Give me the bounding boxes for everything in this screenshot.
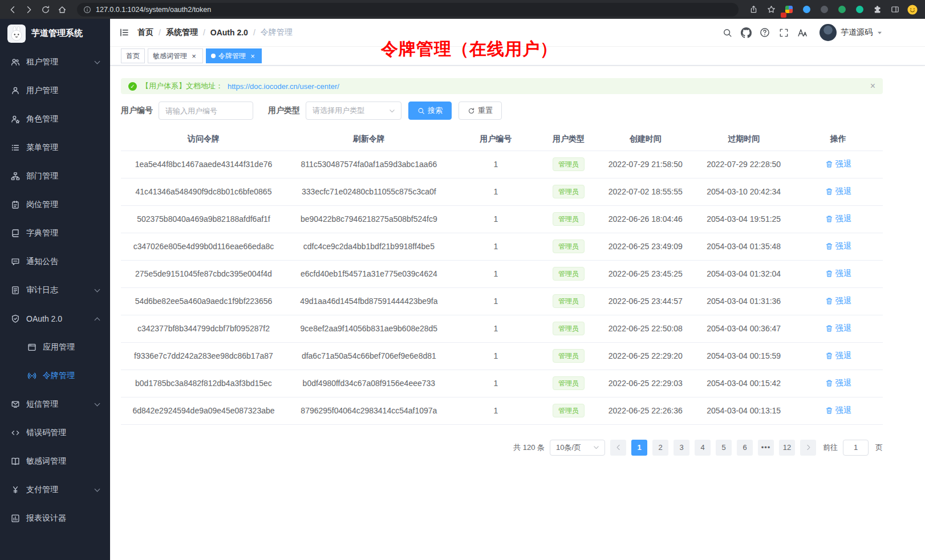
github-icon[interactable] [740, 27, 752, 38]
page-button-12[interactable]: 12 [779, 440, 795, 456]
force-logout-link[interactable]: 强退 [825, 214, 851, 224]
user-id-input[interactable] [159, 102, 253, 120]
page-button-5[interactable]: 5 [716, 440, 732, 456]
force-logout-link[interactable]: 强退 [825, 405, 851, 416]
page-button-3[interactable]: 3 [674, 440, 689, 456]
banner-link[interactable]: https://doc.iocoder.cn/user-center/ [228, 82, 339, 91]
fullscreen-icon[interactable] [778, 27, 789, 38]
sidebar-item-sms[interactable]: 短信管理 [0, 390, 110, 419]
sidebar-item-tenant[interactable]: 租户管理 [0, 48, 110, 76]
cell-action: 强退 [794, 151, 883, 178]
sidebar-item-error-code[interactable]: 错误码管理 [0, 419, 110, 447]
browser-right-icons [747, 3, 919, 17]
cell-access-token: 6d842e2924594de9a09e45e087323abe [121, 397, 286, 424]
help-icon[interactable] [759, 27, 770, 38]
force-logout-label: 强退 [835, 296, 851, 306]
banner-close-icon[interactable]: × [870, 82, 875, 91]
sidebar-item-audit-log[interactable]: 审计日志 [0, 276, 110, 305]
url-bar[interactable]: 127.0.0.1:1024/system/oauth2/token [77, 3, 739, 17]
table-row: 54d6be82ee5a460a9aedc1f9bf22365649d1aa46… [121, 287, 883, 315]
ext-colorful-icon[interactable] [782, 3, 796, 17]
profile-avatar-icon[interactable] [906, 3, 919, 17]
sidebar-item-sensitive-word[interactable]: 敏感词管理 [0, 447, 110, 476]
sidebar-item-oauth2-token[interactable]: 令牌管理 [0, 362, 110, 390]
force-logout-link[interactable]: 强退 [825, 351, 851, 361]
site-info-icon[interactable] [83, 6, 91, 14]
reload-icon[interactable] [39, 3, 52, 17]
column-header: 刷新令牌 [286, 128, 452, 151]
role-icon [10, 115, 20, 124]
cell-access-token: 502375b8040a469a9b82188afdf6af1f [121, 205, 286, 233]
page-ellipsis[interactable]: ••• [758, 440, 774, 456]
ext-green-icon[interactable] [835, 3, 849, 17]
page-size-select[interactable]: 10条/页 [550, 440, 605, 456]
delete-icon [825, 379, 833, 387]
breadcrumb-item[interactable]: 首页 [137, 27, 153, 38]
force-logout-link[interactable]: 强退 [825, 241, 851, 251]
force-logout-link[interactable]: 强退 [825, 159, 851, 169]
forward-icon[interactable] [22, 3, 36, 17]
tab-close-icon[interactable]: × [249, 52, 257, 60]
next-page-button[interactable] [800, 440, 816, 456]
ext-lime-icon[interactable] [853, 3, 866, 17]
sidebar-item-pay[interactable]: 支付管理 [0, 476, 110, 504]
reset-button[interactable]: 重置 [459, 102, 502, 120]
cell-action: 强退 [794, 370, 883, 397]
sidebar-item-report-designer[interactable]: 报表设计器 [0, 504, 110, 533]
user-type-select[interactable]: 请选择用户类型 [306, 102, 401, 120]
prev-page-button[interactable] [610, 440, 626, 456]
table-header-row: 访问令牌刷新令牌用户编号用户类型创建时间过期时间操作 [121, 128, 883, 151]
breadcrumb-item[interactable]: OAuth 2.0 [210, 28, 248, 37]
force-logout-link[interactable]: 强退 [825, 378, 851, 388]
sidebar-item-dict[interactable]: 字典管理 [0, 219, 110, 247]
force-logout-link[interactable]: 强退 [825, 323, 851, 334]
search-button[interactable]: 搜索 [408, 102, 452, 120]
home-icon[interactable] [55, 3, 69, 17]
chevron-right-icon [805, 444, 812, 451]
page-button-4[interactable]: 4 [695, 440, 711, 456]
sidebar-item-notice[interactable]: 通知公告 [0, 247, 110, 276]
ext-blue-icon[interactable] [800, 3, 813, 17]
sidebar-item-menu[interactable]: 菜单管理 [0, 133, 110, 162]
delete-icon [825, 270, 833, 278]
split-view-icon[interactable] [888, 3, 902, 17]
sidebar-item-oauth2-app[interactable]: 应用管理 [0, 333, 110, 362]
user-type-badge: 管理员 [553, 267, 585, 281]
sidebar-item-user[interactable]: 用户管理 [0, 76, 110, 105]
ext-dark-icon[interactable] [817, 3, 831, 17]
search-icon[interactable] [721, 27, 733, 38]
tab-0[interactable]: 首页 [121, 48, 145, 63]
tab-2[interactable]: 令牌管理× [206, 48, 262, 63]
sidebar-item-role[interactable]: 角色管理 [0, 105, 110, 133]
goto-label: 前往 [823, 443, 838, 453]
back-icon[interactable] [6, 3, 19, 17]
force-logout-link[interactable]: 强退 [825, 269, 851, 279]
collapse-menu-icon[interactable] [119, 27, 129, 38]
user-type-badge: 管理员 [553, 404, 585, 417]
breadcrumb-item[interactable]: 系统管理 [166, 27, 198, 38]
goto-page-input[interactable] [843, 440, 869, 456]
star-icon[interactable] [764, 3, 778, 17]
cell-expire-time: 2054-03-04 00:13:15 [694, 397, 794, 424]
force-logout-link[interactable]: 强退 [825, 296, 851, 306]
page-button-1[interactable]: 1 [631, 440, 647, 456]
force-logout-link[interactable]: 强退 [825, 186, 851, 197]
share-icon[interactable] [747, 3, 760, 17]
cell-user-id: 1 [452, 205, 540, 233]
cell-refresh-token: cdfc4ce9c2da4bb1bdf21b9918ff4be5 [286, 233, 452, 260]
tab-close-icon[interactable]: × [190, 52, 198, 60]
table-row: 6d842e2924594de9a09e45e087323abe8796295f… [121, 397, 883, 424]
sidebar-item-dept[interactable]: 部门管理 [0, 162, 110, 190]
sidebar-item-oauth2[interactable]: OAuth 2.0 [0, 305, 110, 333]
tab-1[interactable]: 敏感词管理× [148, 48, 203, 63]
cell-user-id: 1 [452, 151, 540, 178]
puzzle-icon[interactable] [870, 3, 884, 17]
user-dropdown[interactable]: 芋道源码 [819, 24, 883, 41]
font-size-icon[interactable] [797, 27, 808, 38]
app-logo[interactable]: 芋道管理系统 [0, 19, 110, 48]
cell-action: 强退 [794, 287, 883, 315]
page-button-2[interactable]: 2 [652, 440, 668, 456]
sidebar-item-post[interactable]: 岗位管理 [0, 190, 110, 219]
page-button-6[interactable]: 6 [737, 440, 753, 456]
tab-label: 首页 [126, 51, 140, 61]
